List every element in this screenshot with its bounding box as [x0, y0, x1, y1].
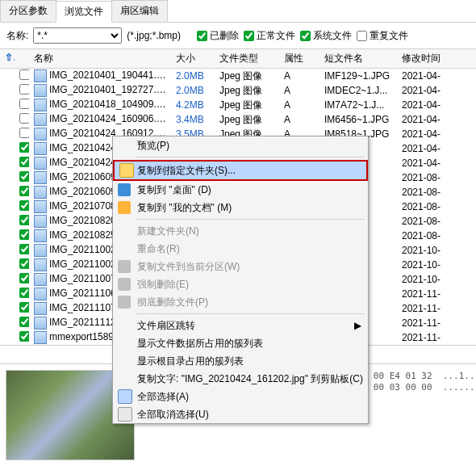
size-link[interactable]: 4.2MB	[176, 99, 204, 111]
context-menu: 预览(P) 复制到指定文件夹(S)... 复制到 "桌面" (D) 复制到 "我…	[112, 136, 369, 424]
row-checkbox[interactable]	[19, 302, 29, 313]
pattern-select[interactable]: *.*	[33, 27, 122, 44]
menu-copy-text[interactable]: 复制文字: "IMG_20210424_161202.jpg" 到剪贴板(C)	[113, 370, 368, 388]
select-all-icon	[118, 389, 132, 404]
file-icon	[34, 157, 47, 170]
ext-hint: (*.jpg;*.bmp)	[127, 30, 181, 41]
row-checkbox[interactable]	[19, 258, 29, 269]
chk-dup[interactable]: 重复文件	[357, 29, 408, 43]
col-name[interactable]: 名称	[29, 49, 171, 68]
row-checkbox[interactable]	[19, 317, 29, 327]
row-checkbox[interactable]	[19, 229, 29, 240]
deselect-all-icon	[118, 407, 132, 422]
filter-bar: 名称: *.* (*.jpg;*.bmp) 已删除 正常文件 系统文件 重复文件	[0, 23, 476, 49]
menu-copy-desktop[interactable]: 复制到 "桌面" (D)	[113, 181, 368, 199]
tab-partition[interactable]: 分区参数	[0, 0, 56, 22]
file-icon	[34, 69, 47, 82]
file-icon	[34, 229, 47, 242]
desktop-icon	[118, 183, 131, 196]
file-icon	[34, 302, 47, 315]
menu-copy-docs[interactable]: 复制到 "我的文档" (M)	[113, 199, 368, 216]
row-checkbox[interactable]	[19, 99, 29, 109]
tab-bar: 分区参数 浏览文件 扇区编辑	[0, 0, 476, 23]
col-type[interactable]: 文件类型	[215, 49, 279, 68]
purge-icon	[118, 296, 131, 309]
row-checkbox[interactable]	[19, 288, 29, 298]
chk-system[interactable]: 系统文件	[300, 29, 352, 43]
menu-sector-jump[interactable]: 文件扇区跳转▶	[113, 317, 368, 334]
file-icon	[34, 244, 47, 257]
col-short[interactable]: 短文件名	[319, 49, 397, 68]
chk-deleted[interactable]: 已删除	[197, 29, 239, 43]
row-checkbox[interactable]	[19, 273, 29, 283]
file-icon	[34, 317, 47, 330]
menu-copy-to[interactable]: 复制到指定文件夹(S)...	[113, 160, 368, 181]
row-checkbox[interactable]	[19, 128, 29, 138]
row-checkbox[interactable]	[19, 331, 29, 342]
menu-preview[interactable]: 预览(P)	[113, 136, 368, 154]
tab-sector-edit[interactable]: 扇区编辑	[111, 0, 168, 22]
menu-rename: 重命名(R)	[113, 240, 368, 258]
col-attr[interactable]: 属性	[279, 49, 319, 68]
menu-force-delete: 强制删除(E)	[113, 275, 368, 293]
file-icon	[34, 215, 47, 228]
size-link[interactable]: 3.4MB	[176, 114, 204, 125]
size-link[interactable]: 2.0MB	[176, 70, 204, 82]
col-mod[interactable]: 修改时间	[397, 49, 450, 68]
file-icon	[34, 99, 47, 111]
file-icon	[34, 186, 47, 199]
chk-normal[interactable]: 正常文件	[244, 29, 295, 43]
delete-icon	[118, 278, 131, 291]
row-checkbox[interactable]	[19, 215, 29, 225]
row-checkbox[interactable]	[19, 244, 29, 254]
file-icon	[34, 331, 47, 344]
documents-icon	[118, 201, 131, 214]
file-icon	[34, 128, 47, 141]
menu-deselect-all[interactable]: 全部取消选择(U)	[113, 405, 368, 423]
file-icon	[34, 142, 47, 155]
name-label: 名称:	[6, 29, 28, 43]
tab-browse[interactable]: 浏览文件	[56, 1, 112, 23]
up-button[interactable]: ⇧	[0, 49, 15, 68]
row-checkbox[interactable]	[19, 113, 29, 124]
menu-show-clusters[interactable]: 显示文件数据所占用的簇列表	[113, 334, 368, 352]
file-icon	[34, 171, 47, 184]
menu-select-all[interactable]: 全部选择(A)	[113, 388, 368, 405]
file-list-header: ⇧ 名称 大小 文件类型 属性 短文件名 修改时间	[0, 49, 476, 69]
row-checkbox[interactable]	[19, 84, 29, 94]
row-checkbox[interactable]	[19, 171, 29, 182]
file-icon	[34, 273, 47, 286]
file-icon	[34, 258, 47, 271]
menu-purge: 彻底删除文件(P)	[113, 293, 368, 311]
file-icon	[34, 200, 47, 213]
folder-icon	[119, 163, 134, 178]
row-checkbox[interactable]	[19, 142, 29, 153]
submenu-arrow-icon: ▶	[354, 320, 361, 331]
row-checkbox[interactable]	[19, 186, 29, 196]
col-size[interactable]: 大小	[171, 49, 215, 68]
row-checkbox[interactable]	[19, 69, 29, 80]
menu-show-root-clusters[interactable]: 显示根目录占用的簇列表	[113, 352, 368, 370]
size-link[interactable]: 2.0MB	[176, 85, 204, 96]
file-icon	[34, 288, 47, 300]
file-icon	[34, 84, 47, 97]
menu-new-folder: 新建文件夹(N)	[113, 222, 368, 240]
file-icon	[34, 113, 47, 126]
partition-icon	[118, 260, 131, 273]
row-checkbox[interactable]	[19, 200, 29, 211]
row-checkbox[interactable]	[19, 157, 29, 167]
menu-copy-partition: 复制文件到当前分区(W)	[113, 258, 368, 275]
